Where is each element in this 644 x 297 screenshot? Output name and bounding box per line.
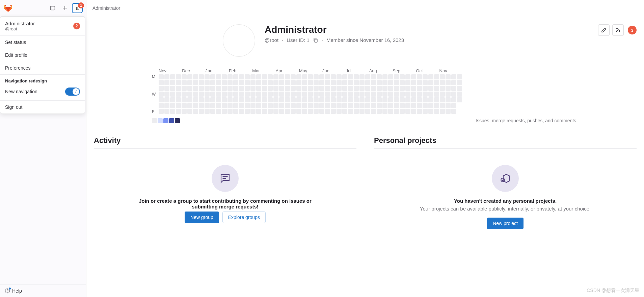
calendar-cell[interactable] <box>245 103 250 108</box>
calendar-cell[interactable] <box>302 74 307 79</box>
calendar-cell[interactable] <box>377 97 382 102</box>
calendar-cell[interactable] <box>446 80 451 85</box>
calendar-cell[interactable] <box>170 80 175 85</box>
calendar-cell[interactable] <box>371 92 376 97</box>
calendar-cell[interactable] <box>359 92 365 97</box>
user-menu-button[interactable]: a 1 <box>72 3 83 13</box>
calendar-cell[interactable] <box>187 80 192 85</box>
calendar-cell[interactable] <box>245 109 250 114</box>
calendar-cell[interactable] <box>342 97 347 102</box>
calendar-cell[interactable] <box>216 92 221 97</box>
calendar-cell[interactable] <box>394 74 399 79</box>
calendar-cell[interactable] <box>193 109 198 114</box>
calendar-cell[interactable] <box>394 103 399 108</box>
calendar-cell[interactable] <box>371 74 376 79</box>
calendar-cell[interactable] <box>423 97 428 102</box>
help-link[interactable]: Help <box>0 284 86 297</box>
calendar-cell[interactable] <box>268 80 273 85</box>
calendar-cell[interactable] <box>285 86 290 91</box>
calendar-cell[interactable] <box>405 92 410 97</box>
calendar-cell[interactable] <box>164 97 169 102</box>
calendar-cell[interactable] <box>159 97 164 102</box>
calendar-cell[interactable] <box>331 109 336 114</box>
new-navigation-toggle[interactable]: ✓ <box>65 88 80 96</box>
calendar-cell[interactable] <box>428 103 433 108</box>
calendar-cell[interactable] <box>314 86 319 91</box>
calendar-cell[interactable] <box>446 103 451 108</box>
calendar-cell[interactable] <box>382 97 387 102</box>
calendar-cell[interactable] <box>302 103 307 108</box>
calendar-cell[interactable] <box>423 80 428 85</box>
calendar-cell[interactable] <box>291 103 296 108</box>
calendar-cell[interactable] <box>354 74 359 79</box>
calendar-cell[interactable] <box>187 109 192 114</box>
calendar-cell[interactable] <box>176 97 181 102</box>
calendar-cell[interactable] <box>319 103 324 108</box>
calendar-cell[interactable] <box>216 103 221 108</box>
calendar-cell[interactable] <box>371 97 376 102</box>
calendar-cell[interactable] <box>176 109 181 114</box>
calendar-cell[interactable] <box>182 97 187 102</box>
calendar-cell[interactable] <box>342 109 347 114</box>
calendar-cell[interactable] <box>176 74 181 79</box>
calendar-cell[interactable] <box>291 92 296 97</box>
calendar-cell[interactable] <box>359 109 365 114</box>
calendar-cell[interactable] <box>233 92 238 97</box>
calendar-cell[interactable] <box>193 86 198 91</box>
calendar-cell[interactable] <box>457 86 462 91</box>
calendar-cell[interactable] <box>250 86 256 91</box>
calendar-cell[interactable] <box>285 74 290 79</box>
calendar-cell[interactable] <box>457 80 462 85</box>
calendar-cell[interactable] <box>319 74 324 79</box>
calendar-cell[interactable] <box>405 80 410 85</box>
gitlab-logo-icon[interactable] <box>3 3 13 13</box>
calendar-cell[interactable] <box>210 74 215 79</box>
calendar-cell[interactable] <box>451 86 456 91</box>
calendar-cell[interactable] <box>331 74 336 79</box>
calendar-cell[interactable] <box>216 86 221 91</box>
calendar-cell[interactable] <box>256 80 261 85</box>
calendar-cell[interactable] <box>359 74 365 79</box>
calendar-cell[interactable] <box>245 80 250 85</box>
calendar-cell[interactable] <box>411 74 416 79</box>
calendar-cell[interactable] <box>205 80 210 85</box>
calendar-cell[interactable] <box>446 97 451 102</box>
calendar-cell[interactable] <box>440 103 445 108</box>
calendar-cell[interactable] <box>314 109 319 114</box>
calendar-cell[interactable] <box>205 109 210 114</box>
calendar-cell[interactable] <box>308 80 313 85</box>
rss-button[interactable] <box>612 24 624 36</box>
calendar-cell[interactable] <box>417 86 422 91</box>
calendar-cell[interactable] <box>222 86 227 91</box>
calendar-cell[interactable] <box>348 103 353 108</box>
calendar-cell[interactable] <box>434 109 439 114</box>
calendar-cell[interactable] <box>268 109 273 114</box>
calendar-cell[interactable] <box>428 97 433 102</box>
calendar-cell[interactable] <box>440 86 445 91</box>
calendar-cell[interactable] <box>279 80 284 85</box>
calendar-cell[interactable] <box>354 109 359 114</box>
calendar-cell[interactable] <box>325 80 330 85</box>
calendar-cell[interactable] <box>285 103 290 108</box>
calendar-cell[interactable] <box>170 74 175 79</box>
calendar-cell[interactable] <box>164 86 169 91</box>
calendar-cell[interactable] <box>216 80 221 85</box>
calendar-cell[interactable] <box>296 74 301 79</box>
calendar-cell[interactable] <box>411 109 416 114</box>
new-project-button[interactable]: New project <box>487 218 524 229</box>
calendar-cell[interactable] <box>302 80 307 85</box>
calendar-cell[interactable] <box>239 80 244 85</box>
calendar-cell[interactable] <box>308 92 313 97</box>
calendar-cell[interactable] <box>279 92 284 97</box>
new-group-button[interactable]: New group <box>185 212 219 223</box>
calendar-cell[interactable] <box>279 103 284 108</box>
calendar-cell[interactable] <box>440 80 445 85</box>
calendar-cell[interactable] <box>388 86 393 91</box>
calendar-cell[interactable] <box>417 103 422 108</box>
sidebar-toggle-icon[interactable] <box>48 3 58 13</box>
calendar-cell[interactable] <box>342 74 347 79</box>
calendar-cell[interactable] <box>400 97 405 102</box>
calendar-cell[interactable] <box>210 86 215 91</box>
calendar-cell[interactable] <box>331 86 336 91</box>
calendar-cell[interactable] <box>210 103 215 108</box>
